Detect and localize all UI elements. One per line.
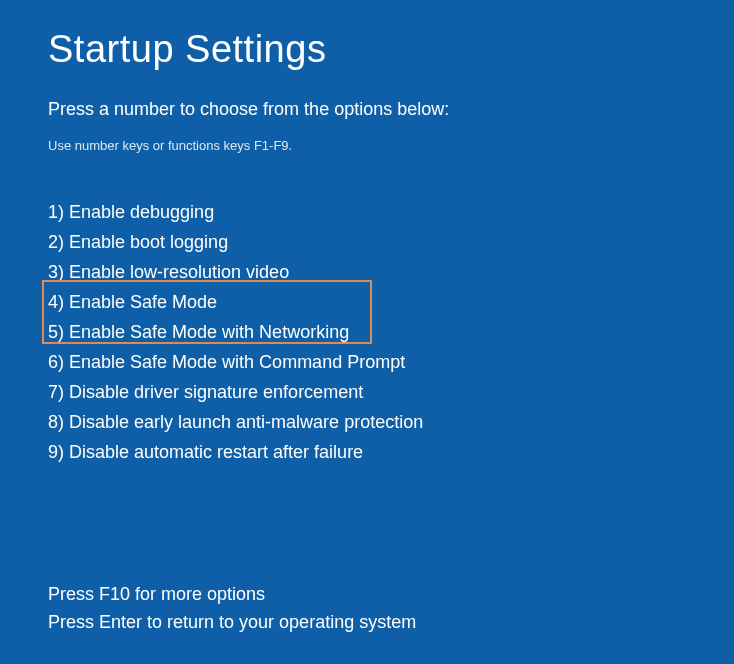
hint-text: Use number keys or functions keys F1-F9. [48,138,686,153]
startup-options-list: 1) Enable debugging 2) Enable boot loggi… [48,197,686,467]
footer-f10-text: Press F10 for more options [48,580,416,608]
option-4-safe-mode[interactable]: 4) Enable Safe Mode [48,287,686,317]
instruction-text: Press a number to choose from the option… [48,99,686,120]
option-3-low-resolution[interactable]: 3) Enable low-resolution video [48,257,686,287]
option-7-driver-signature[interactable]: 7) Disable driver signature enforcement [48,377,686,407]
footer-instructions: Press F10 for more options Press Enter t… [48,580,416,636]
option-2-boot-logging[interactable]: 2) Enable boot logging [48,227,686,257]
option-1-debugging[interactable]: 1) Enable debugging [48,197,686,227]
footer-enter-text: Press Enter to return to your operating … [48,608,416,636]
option-8-anti-malware[interactable]: 8) Disable early launch anti-malware pro… [48,407,686,437]
option-9-auto-restart[interactable]: 9) Disable automatic restart after failu… [48,437,686,467]
page-title: Startup Settings [48,28,686,71]
option-6-safe-mode-cmd[interactable]: 6) Enable Safe Mode with Command Prompt [48,347,686,377]
option-5-safe-mode-networking[interactable]: 5) Enable Safe Mode with Networking [48,317,686,347]
